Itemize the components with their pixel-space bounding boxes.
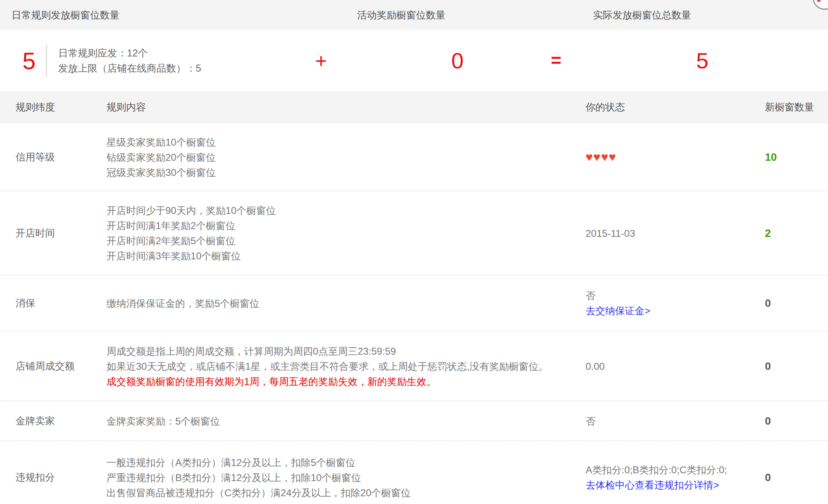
rule-content-line: 开店时间少于90天内，奖励10个橱窗位 bbox=[106, 203, 276, 218]
seller-status: 0.00 bbox=[586, 358, 605, 374]
red-dot-icon bbox=[817, 0, 821, 2]
status-text: 0.00 bbox=[586, 358, 605, 374]
column-header-dimension: 规则纬度 bbox=[16, 101, 55, 114]
column-header-status: 你的状态 bbox=[586, 101, 625, 114]
new-window-count-value: 10 bbox=[765, 151, 777, 164]
rule-content: 开店时间少于90天内，奖励10个橱窗位开店时间满1年奖励2个橱窗位开店时间满2年… bbox=[106, 203, 276, 263]
rule-dimension-label: 开店时间 bbox=[16, 227, 55, 240]
rule-content-line: 星级卖家奖励10个橱窗位 bbox=[106, 135, 216, 150]
new-window-count-value: 0 bbox=[765, 360, 771, 372]
vertical-divider bbox=[46, 45, 47, 76]
rule-content-line: 成交额奖励橱窗的使用有效期为1周，每周五老的奖励失效，新的奖励生效。 bbox=[106, 374, 548, 389]
rule-content-line: 缴纳消保保证金的，奖励5个橱窗位 bbox=[106, 296, 259, 311]
daily-rule-quota-header: 日常规则发放橱窗位数量 bbox=[11, 9, 120, 22]
daily-quota-value: 5 bbox=[23, 47, 36, 74]
rule-row-credit-rating: 信用等级星级卖家奖励10个橱窗位钻级卖家奖励20个橱窗位冠级卖家奖励30个橱窗位… bbox=[0, 124, 828, 191]
rule-row-consumer-protection: 消保缴纳消保保证金的，奖励5个橱窗位否去交纳保证金>0 bbox=[0, 275, 828, 331]
rule-dimension-label: 消保 bbox=[16, 297, 35, 310]
new-window-count-value: 0 bbox=[765, 414, 771, 427]
seller-status: 2015-11-03 bbox=[586, 225, 635, 241]
rule-content: 金牌卖家奖励：5个橱窗位 bbox=[106, 413, 220, 428]
rule-content-line: 周成交额是指上周的周成交额，计算周期为周四0点至周三23:59:59 bbox=[106, 343, 548, 358]
rule-content-line: 一般违规扣分（A类扣分）满12分及以上，扣除5个橱窗位 bbox=[106, 454, 411, 470]
rule-row-shop-open-time: 开店时间开店时间少于90天内，奖励10个橱窗位开店时间满1年奖励2个橱窗位开店时… bbox=[0, 191, 828, 275]
pay-deposit-link[interactable]: 去交纳保证金> bbox=[586, 305, 650, 316]
equals-operator: = bbox=[551, 50, 561, 71]
rule-content-line: 出售假冒商品被违规扣分（C类扣分）满24分及以上，扣除20个橱窗位 bbox=[106, 485, 411, 500]
rule-dimension-label: 金牌卖家 bbox=[16, 414, 55, 428]
status-text: 2015-11-03 bbox=[586, 225, 635, 241]
seller-status: 否去交纳保证金> bbox=[586, 288, 650, 318]
rule-content-line: 如果近30天无成交，或店铺不满1星，或主营类目不符合要求，或上周处于惩罚状态,没… bbox=[106, 358, 548, 374]
new-window-count-value: 0 bbox=[765, 297, 771, 310]
quota-formula-row: 5 日常规则应发：12个 发放上限（店铺在线商品数）：5 + 0 = 5 bbox=[0, 30, 828, 91]
cut-off-circle-icon bbox=[812, 0, 828, 10]
rule-content-line: 开店时间满3年奖励10个橱窗位 bbox=[106, 248, 276, 263]
rules-table-header: 规则纬度 规则内容 你的状态 新橱窗数量 bbox=[0, 91, 828, 124]
status-link-line: 去体检中心查看违规扣分详情> bbox=[586, 477, 727, 493]
rule-content: 周成交额是指上周的周成交额，计算周期为周四0点至周三23:59:59如果近30天… bbox=[106, 343, 548, 389]
rule-content: 缴纳消保保证金的，奖励5个橱窗位 bbox=[106, 296, 259, 311]
seller-status: A类扣分:0;B类扣分:0;C类扣分:0;去体检中心查看违规扣分详情> bbox=[586, 462, 727, 493]
rule-dimension-label: 违规扣分 bbox=[16, 471, 55, 484]
rule-content-line: 开店时间满2年奖励5个橱窗位 bbox=[106, 233, 276, 248]
rule-content-line: 冠级卖家奖励30个橱窗位 bbox=[106, 165, 216, 180]
summary-header-bar: 日常规则发放橱窗位数量 活动奖励橱窗位数量 实际发放橱窗位总数量 bbox=[0, 0, 828, 30]
rule-content: 一般违规扣分（A类扣分）满12分及以上，扣除5个橱窗位严重违规扣分（B类扣分）满… bbox=[106, 454, 411, 500]
rule-row-weekly-turnover: 店铺周成交额周成交额是指上周的周成交额，计算周期为周四0点至周三23:59:59… bbox=[0, 331, 828, 401]
status-text: 否 bbox=[586, 288, 650, 303]
rule-content: 星级卖家奖励10个橱窗位钻级卖家奖励20个橱窗位冠级卖家奖励30个橱窗位 bbox=[106, 135, 216, 180]
rule-dimension-label: 信用等级 bbox=[16, 151, 55, 164]
seller-status: 否 bbox=[586, 413, 595, 428]
activity-reward-quota-header: 活动奖励橱窗位数量 bbox=[357, 9, 446, 22]
total-quota-value: 5 bbox=[696, 48, 708, 73]
activity-quota-value: 0 bbox=[451, 48, 464, 73]
column-header-new-count: 新橱窗数量 bbox=[765, 101, 814, 114]
plus-operator: + bbox=[315, 49, 327, 72]
status-text: 否 bbox=[586, 413, 595, 428]
credit-heart-icons: ♥♥♥♥ bbox=[586, 151, 616, 163]
new-window-count-value: 0 bbox=[765, 471, 771, 484]
new-window-count-value: 2 bbox=[765, 227, 771, 239]
seller-status: ♥♥♥♥ bbox=[586, 151, 616, 163]
status-text: A类扣分:0;B类扣分:0;C类扣分:0; bbox=[586, 462, 727, 477]
rule-content-line: 钻级卖家奖励20个橱窗位 bbox=[106, 150, 216, 165]
showcase-quota-page: 日常规则发放橱窗位数量 活动奖励橱窗位数量 实际发放橱窗位总数量 5 日常规则应… bbox=[0, 0, 828, 504]
rule-content-line: 开店时间满1年奖励2个橱窗位 bbox=[106, 218, 276, 233]
rules-table-body: 信用等级星级卖家奖励10个橱窗位钻级卖家奖励20个橱窗位冠级卖家奖励30个橱窗位… bbox=[0, 124, 828, 504]
column-header-content: 规则内容 bbox=[106, 101, 146, 114]
rule-row-violation-points: 违规扣分一般违规扣分（A类扣分）满12分及以上，扣除5个橱窗位严重违规扣分（B类… bbox=[0, 441, 828, 504]
status-link-line: 去交纳保证金> bbox=[586, 303, 650, 318]
quota-note: 日常规则应发：12个 发放上限（店铺在线商品数）：5 bbox=[58, 45, 201, 76]
quota-note-line1: 日常规则应发：12个 bbox=[58, 45, 201, 61]
rule-dimension-label: 店铺周成交额 bbox=[16, 360, 75, 373]
quota-note-line2: 发放上限（店铺在线商品数）：5 bbox=[58, 61, 201, 76]
rule-content-line: 严重违规扣分（B类扣分）满12分及以上，扣除10个橱窗位 bbox=[106, 470, 411, 485]
violation-details-link[interactable]: 去体检中心查看违规扣分详情> bbox=[586, 479, 719, 491]
total-issued-quota-header: 实际发放橱窗位总数量 bbox=[593, 9, 691, 22]
rule-row-gold-seller: 金牌卖家金牌卖家奖励：5个橱窗位否0 bbox=[0, 401, 828, 441]
rule-content-line: 金牌卖家奖励：5个橱窗位 bbox=[106, 413, 220, 428]
